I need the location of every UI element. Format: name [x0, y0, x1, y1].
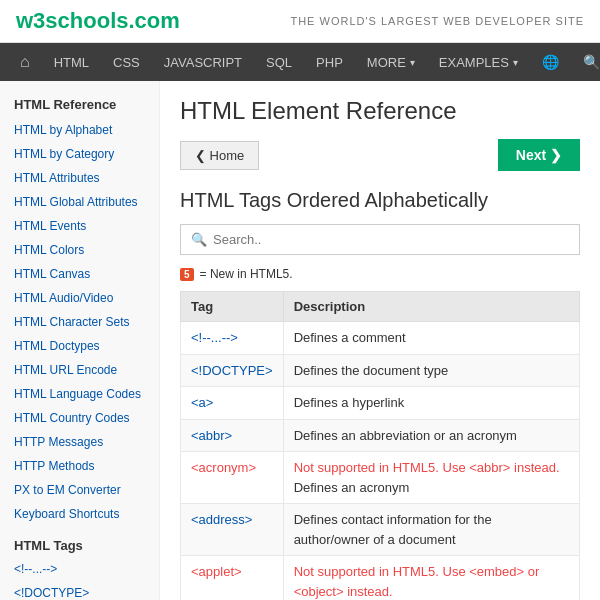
sidebar-link-html-language-codes[interactable]: HTML Language Codes	[0, 382, 159, 406]
sidebar-link-html-character-sets[interactable]: HTML Character Sets	[0, 310, 159, 334]
table-cell-tag: <address>	[181, 504, 284, 556]
tag-link[interactable]: <applet>	[191, 564, 242, 579]
sidebar-section1-title: HTML Reference	[0, 91, 159, 118]
table-cell-tag: <a>	[181, 387, 284, 420]
deprecated-note: Not supported in HTML5. Use <abbr> inste…	[294, 460, 560, 475]
table-row: <a>Defines a hyperlink	[181, 387, 580, 420]
home-button[interactable]: ❮ Home	[180, 141, 259, 170]
table-row: <acronym>Not supported in HTML5. Use <ab…	[181, 452, 580, 504]
legend-text: = New in HTML5.	[200, 267, 293, 281]
sidebar-tag-doctype[interactable]: <!DOCTYPE>	[0, 581, 159, 600]
next-button[interactable]: Next ❯	[498, 139, 580, 171]
col-tag: Tag	[181, 292, 284, 322]
sidebar-link-html-attributes[interactable]: HTML Attributes	[0, 166, 159, 190]
deprecated-note: Not supported in HTML5. Use <embed> or <…	[294, 564, 540, 599]
examples-arrow-icon: ▾	[513, 57, 518, 68]
main-content: HTML Element Reference ❮ Home Next ❯ HTM…	[160, 81, 600, 600]
nav-home[interactable]: ⌂	[8, 43, 42, 81]
search-icon: 🔍	[191, 232, 207, 247]
search-input[interactable]	[213, 232, 569, 247]
table-cell-description: Defines the document type	[283, 354, 579, 387]
table-cell-description: Not supported in HTML5. Use <abbr> inste…	[283, 452, 579, 504]
tag-link[interactable]: <!--...-->	[191, 330, 238, 345]
sidebar-tag-comment[interactable]: <!--...-->	[0, 557, 159, 581]
sidebar-link-html-events[interactable]: HTML Events	[0, 214, 159, 238]
page-title: HTML Element Reference	[180, 97, 580, 125]
sidebar-link-html-doctypes[interactable]: HTML Doctypes	[0, 334, 159, 358]
nav-buttons: ❮ Home Next ❯	[180, 139, 580, 171]
table-header-row: Tag Description	[181, 292, 580, 322]
layout: HTML Reference HTML by Alphabet HTML by …	[0, 81, 600, 600]
logo-tld: .com	[128, 8, 179, 33]
table-row: <!--...-->Defines a comment	[181, 322, 580, 355]
sidebar-link-px-em[interactable]: PX to EM Converter	[0, 478, 159, 502]
nav-search-icon[interactable]: 🔍	[571, 44, 600, 80]
sidebar-link-http-methods[interactable]: HTTP Methods	[0, 454, 159, 478]
search-box[interactable]: 🔍	[180, 224, 580, 255]
nav-php[interactable]: PHP	[304, 45, 355, 80]
table-cell-description: Defines contact information for the auth…	[283, 504, 579, 556]
sidebar-link-html-country-codes[interactable]: HTML Country Codes	[0, 406, 159, 430]
tag-link[interactable]: <abbr>	[191, 428, 232, 443]
table-cell-description: Not supported in HTML5. Use <embed> or <…	[283, 556, 579, 601]
top-bar: w3schools.com THE WORLD'S LARGEST WEB DE…	[0, 0, 600, 43]
table-cell-tag: <acronym>	[181, 452, 284, 504]
nav-sql[interactable]: SQL	[254, 45, 304, 80]
sidebar-link-html-alphabet[interactable]: HTML by Alphabet	[0, 118, 159, 142]
legend: 5 = New in HTML5.	[180, 267, 580, 281]
table-cell-tag: <!DOCTYPE>	[181, 354, 284, 387]
sidebar-link-html-global-attributes[interactable]: HTML Global Attributes	[0, 190, 159, 214]
nav-more[interactable]: MORE ▾	[355, 45, 427, 80]
logo-w3: w3schools	[16, 8, 128, 33]
tagline: THE WORLD'S LARGEST WEB DEVELOPER SITE	[290, 15, 584, 27]
table-cell-tag: <!--...-->	[181, 322, 284, 355]
table-cell-tag: <abbr>	[181, 419, 284, 452]
nav-examples[interactable]: EXAMPLES ▾	[427, 45, 530, 80]
table-cell-description: Defines an abbreviation or an acronym	[283, 419, 579, 452]
tag-link[interactable]: <a>	[191, 395, 213, 410]
nav-javascript[interactable]: JAVASCRIPT	[152, 45, 254, 80]
sidebar-section2-title: HTML Tags	[0, 526, 159, 557]
html5-badge: 5	[180, 268, 194, 281]
sidebar-link-keyboard-shortcuts[interactable]: Keyboard Shortcuts	[0, 502, 159, 526]
logo: w3schools.com	[16, 8, 180, 34]
nav-globe-icon[interactable]: 🌐	[530, 44, 571, 80]
table-row: <applet>Not supported in HTML5. Use <emb…	[181, 556, 580, 601]
nav-html[interactable]: HTML	[42, 45, 101, 80]
tag-link[interactable]: <!DOCTYPE>	[191, 363, 273, 378]
table-cell-description: Defines a hyperlink	[283, 387, 579, 420]
sidebar-link-html-url-encode[interactable]: HTML URL Encode	[0, 358, 159, 382]
tag-link[interactable]: <address>	[191, 512, 252, 527]
table-row: <address>Defines contact information for…	[181, 504, 580, 556]
tag-link[interactable]: <acronym>	[191, 460, 256, 475]
sidebar-link-html-category[interactable]: HTML by Category	[0, 142, 159, 166]
more-arrow-icon: ▾	[410, 57, 415, 68]
col-description: Description	[283, 292, 579, 322]
table-row: <abbr>Defines an abbreviation or an acro…	[181, 419, 580, 452]
section-title: HTML Tags Ordered Alphabetically	[180, 189, 580, 212]
table-cell-description: Defines a comment	[283, 322, 579, 355]
normal-description: Defines an acronym	[294, 480, 410, 495]
sidebar: HTML Reference HTML by Alphabet HTML by …	[0, 81, 160, 600]
sidebar-link-html-canvas[interactable]: HTML Canvas	[0, 262, 159, 286]
nav-bar: ⌂ HTML CSS JAVASCRIPT SQL PHP MORE ▾ EXA…	[0, 43, 600, 81]
reference-table: Tag Description <!--...-->Defines a comm…	[180, 291, 580, 600]
sidebar-link-http-messages[interactable]: HTTP Messages	[0, 430, 159, 454]
nav-css[interactable]: CSS	[101, 45, 152, 80]
sidebar-link-html-colors[interactable]: HTML Colors	[0, 238, 159, 262]
table-cell-tag: <applet>	[181, 556, 284, 601]
table-row: <!DOCTYPE>Defines the document type	[181, 354, 580, 387]
sidebar-link-html-audio-video[interactable]: HTML Audio/Video	[0, 286, 159, 310]
